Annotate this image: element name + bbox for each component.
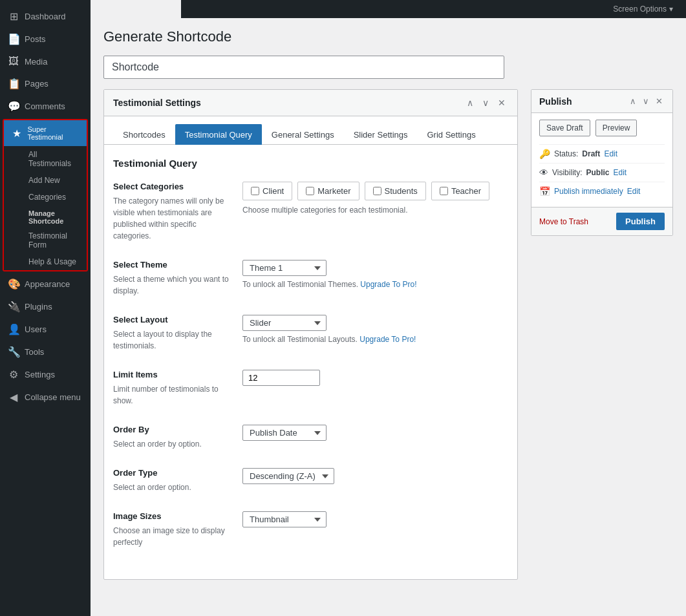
select-layout-row: Select Layout Select a layout to display… bbox=[113, 315, 508, 352]
save-draft-button[interactable]: Save Draft bbox=[539, 120, 590, 136]
status-field: 🔑 Status: Draft Edit bbox=[539, 144, 665, 163]
publish-box: Publish ∧ ∨ ✕ Save Draft Preview bbox=[531, 89, 673, 236]
publish-header: Publish ∧ ∨ ✕ bbox=[531, 90, 672, 113]
order-type-row: Order Type Select an order option. Desce… bbox=[113, 468, 508, 493]
tabs-bar: Shortcodes Testimonial Query General Set… bbox=[104, 116, 517, 145]
theme-select[interactable]: Theme 1 Theme 2 Theme 3 bbox=[242, 260, 327, 276]
image-sizes-row: Image Sizes Choose an image size to disp… bbox=[113, 511, 508, 548]
select-theme-row: Select Theme Select a theme which you wa… bbox=[113, 260, 508, 297]
content-wrap: Generate Shortcode Testimonial Settings … bbox=[91, 18, 686, 603]
sidebar-item-all-testimonials[interactable]: All Testimonials bbox=[4, 146, 87, 172]
super-testimonial-icon: ★ bbox=[12, 127, 22, 140]
publish-immediately-link[interactable]: Publish immediately bbox=[554, 187, 623, 196]
sidebar-item-plugins[interactable]: 🔌 Plugins bbox=[0, 295, 91, 318]
meta-box-close[interactable]: ✕ bbox=[495, 96, 508, 109]
posts-icon: 📄 bbox=[8, 33, 19, 45]
sidebar-item-super-testimonial[interactable]: ★ Super Testimonial bbox=[4, 120, 87, 146]
sidebar-item-posts[interactable]: 📄 Posts bbox=[0, 28, 91, 50]
category-students-checkbox[interactable] bbox=[373, 187, 381, 195]
category-client[interactable]: Client bbox=[242, 182, 292, 200]
publish-header-btns: ∧ ∨ ✕ bbox=[628, 95, 665, 107]
categories-help-text: Choose multiple categories for each test… bbox=[242, 206, 508, 215]
theme-upgrade-link[interactable]: Upgrade To Pro! bbox=[360, 280, 416, 289]
publish-actions: Save Draft Preview bbox=[539, 120, 665, 136]
image-sizes-select[interactable]: Thumbnail Medium Large Full bbox=[242, 511, 327, 527]
settings-icon: ⚙ bbox=[8, 368, 19, 381]
appearance-icon: 🎨 bbox=[8, 278, 19, 290]
select-layout-label: Select Layout Select a layout to display… bbox=[113, 315, 230, 352]
sidebar-item-categories[interactable]: Categories bbox=[4, 189, 87, 206]
order-type-label: Order Type Select an order option. bbox=[113, 468, 230, 493]
chevron-down-icon: ▾ bbox=[669, 5, 673, 14]
sidebar-item-help-usage[interactable]: Help & Usage bbox=[4, 253, 87, 270]
content-layout: Testimonial Settings ∧ ∨ ✕ Shortcodes Te… bbox=[103, 89, 673, 590]
category-students[interactable]: Students bbox=[365, 182, 426, 200]
testimonial-settings-box: Testimonial Settings ∧ ∨ ✕ Shortcodes Te… bbox=[103, 89, 518, 580]
main-panel: Testimonial Settings ∧ ∨ ✕ Shortcodes Te… bbox=[103, 89, 518, 590]
category-marketer[interactable]: Marketer bbox=[297, 182, 359, 200]
limit-items-label: Limit Items Limit number of testimonials… bbox=[113, 370, 230, 407]
visibility-field: 👁 Visibility: Public Edit bbox=[539, 163, 665, 182]
move-to-trash-link[interactable]: Move to Trash bbox=[539, 217, 588, 226]
publish-button[interactable]: Publish bbox=[616, 213, 665, 230]
visibility-edit-link[interactable]: Edit bbox=[613, 168, 627, 177]
tab-grid-settings[interactable]: Grid Settings bbox=[417, 124, 485, 145]
sidebar-item-media[interactable]: 🖼 Media bbox=[0, 50, 91, 72]
dashboard-icon: ⊞ bbox=[8, 10, 19, 23]
limit-items-input[interactable] bbox=[242, 370, 320, 386]
visibility-icon: 👁 bbox=[539, 167, 548, 178]
category-marketer-checkbox[interactable] bbox=[306, 187, 314, 195]
layout-select[interactable]: Slider Grid List bbox=[242, 315, 327, 331]
sidebar-item-settings[interactable]: ⚙ Settings bbox=[0, 363, 91, 386]
publish-collapse-down[interactable]: ∨ bbox=[641, 95, 651, 107]
topbar: Screen Options ▾ bbox=[181, 0, 686, 18]
tab-content: Testimonial Query Select Categories The … bbox=[104, 145, 517, 579]
sidebar-item-add-new[interactable]: Add New bbox=[4, 172, 87, 189]
sidebar-item-collapse[interactable]: ◀ Collapse menu bbox=[0, 386, 91, 409]
image-sizes-content: Thumbnail Medium Large Full bbox=[242, 511, 508, 527]
publish-close[interactable]: ✕ bbox=[654, 95, 665, 107]
collapse-icon: ◀ bbox=[8, 391, 19, 403]
category-teacher-checkbox[interactable] bbox=[440, 187, 448, 195]
order-by-label: Order By Select an order by option. bbox=[113, 425, 230, 450]
order-by-select[interactable]: Publish Date Title Random bbox=[242, 425, 327, 441]
publish-title: Publish bbox=[539, 96, 572, 107]
publish-collapse-up[interactable]: ∧ bbox=[628, 95, 638, 107]
sidebar-item-testimonial-form[interactable]: Testimonial Form bbox=[4, 228, 87, 253]
screen-options-button[interactable]: Screen Options ▾ bbox=[608, 2, 678, 16]
publish-meta-box: Publish ∧ ∨ ✕ Save Draft Preview bbox=[531, 89, 673, 236]
sidebar-item-tools[interactable]: 🔧 Tools bbox=[0, 341, 91, 363]
select-categories-row: Select Categories The category names wil… bbox=[113, 182, 508, 242]
tab-testimonial-query[interactable]: Testimonial Query bbox=[175, 124, 262, 145]
sidebar-item-comments[interactable]: 💬 Comments bbox=[0, 95, 91, 118]
order-type-select[interactable]: Descending (Z-A) Ascending (A-Z) bbox=[242, 468, 334, 484]
category-teacher[interactable]: Teacher bbox=[431, 182, 489, 200]
shortcode-input[interactable] bbox=[103, 56, 504, 79]
users-icon: 👤 bbox=[8, 323, 19, 335]
layout-upgrade-link[interactable]: Upgrade To Pro! bbox=[359, 335, 416, 344]
select-layout-content: Slider Grid List To unlock all Testimoni… bbox=[242, 315, 508, 344]
publish-immediately-edit-link[interactable]: Edit bbox=[627, 187, 641, 196]
super-testimonial-submenu: All Testimonials Add New Categories Mana… bbox=[4, 146, 87, 270]
meta-box-title: Testimonial Settings bbox=[113, 98, 201, 108]
order-by-content: Publish Date Title Random bbox=[242, 425, 508, 441]
sidebar-item-appearance[interactable]: 🎨 Appearance bbox=[0, 273, 91, 295]
media-icon: 🖼 bbox=[8, 56, 19, 67]
plugins-icon: 🔌 bbox=[8, 301, 19, 313]
tab-slider-settings[interactable]: Slider Settings bbox=[344, 124, 418, 145]
meta-box-collapse-down[interactable]: ∨ bbox=[480, 96, 491, 109]
sidebar-item-pages[interactable]: 📋 Pages bbox=[0, 72, 91, 95]
meta-box-header: Testimonial Settings ∧ ∨ ✕ bbox=[104, 90, 517, 116]
order-type-content: Descending (Z-A) Ascending (A-Z) bbox=[242, 468, 508, 484]
category-client-checkbox[interactable] bbox=[251, 187, 259, 195]
preview-button[interactable]: Preview bbox=[595, 120, 638, 136]
tab-general-settings[interactable]: General Settings bbox=[262, 124, 344, 145]
sidebar-item-dashboard[interactable]: ⊞ Dashboard bbox=[0, 5, 91, 28]
tab-shortcodes[interactable]: Shortcodes bbox=[113, 124, 175, 145]
meta-box-collapse-up[interactable]: ∧ bbox=[464, 96, 476, 109]
meta-box-controls: ∧ ∨ ✕ bbox=[464, 96, 508, 109]
order-by-row: Order By Select an order by option. Publ… bbox=[113, 425, 508, 450]
sidebar-item-users[interactable]: 👤 Users bbox=[0, 318, 91, 341]
main-content: Screen Options ▾ Generate Shortcode Test… bbox=[91, 0, 686, 616]
status-edit-link[interactable]: Edit bbox=[604, 149, 617, 158]
